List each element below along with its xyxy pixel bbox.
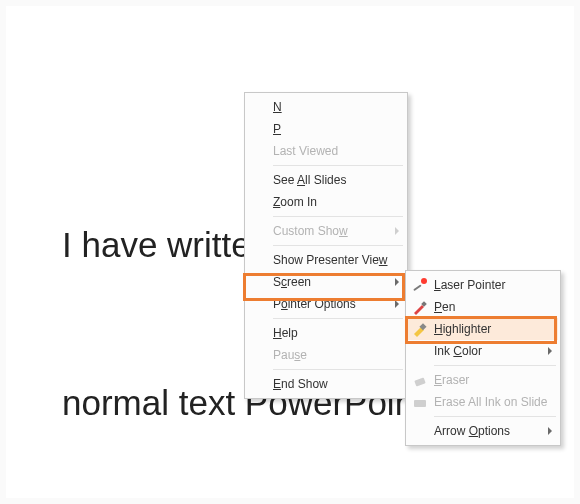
svg-rect-1 xyxy=(413,284,422,291)
svg-rect-4 xyxy=(414,377,425,386)
chevron-right-icon xyxy=(548,347,552,355)
eraser-icon xyxy=(412,372,428,388)
chevron-right-icon xyxy=(548,427,552,435)
erase-all-icon xyxy=(412,394,428,410)
menu-separator xyxy=(273,165,403,166)
pointer-options-submenu: Laser Pointer Pen Highlighter Ink Color … xyxy=(405,270,561,446)
menu-separator xyxy=(273,245,403,246)
annotation-highlight-pointer-options xyxy=(243,273,405,301)
submenu-laser-pointer[interactable]: Laser Pointer xyxy=(408,274,558,296)
laser-pointer-icon xyxy=(412,277,428,293)
submenu-arrow-options[interactable]: Arrow Options xyxy=(408,420,558,442)
annotation-highlight-highlighter xyxy=(405,316,557,344)
svg-point-0 xyxy=(421,278,427,284)
submenu-pen[interactable]: Pen xyxy=(408,296,558,318)
menu-separator xyxy=(273,318,403,319)
chevron-right-icon xyxy=(395,227,399,235)
submenu-eraser: Eraser xyxy=(408,369,558,391)
menu-separator xyxy=(273,369,403,370)
pen-icon xyxy=(412,299,428,315)
menu-show-presenter-view[interactable]: Show Presenter View xyxy=(247,249,405,271)
menu-end-show[interactable]: End Show xyxy=(247,373,405,395)
svg-rect-5 xyxy=(414,400,426,407)
slide-area: I have written this normal text PowerPoi… xyxy=(6,6,574,498)
menu-next[interactable]: N xyxy=(247,96,405,118)
submenu-erase-all: Erase All Ink on Slide xyxy=(408,391,558,413)
menu-separator xyxy=(273,216,403,217)
menu-pause: Pause xyxy=(247,344,405,366)
menu-last-viewed: Last Viewed xyxy=(247,140,405,162)
menu-help[interactable]: Help xyxy=(247,322,405,344)
menu-see-all-slides[interactable]: See All Slides xyxy=(247,169,405,191)
menu-previous[interactable]: P xyxy=(247,118,405,140)
menu-zoom-in[interactable]: Zoom In xyxy=(247,191,405,213)
menu-separator xyxy=(434,416,556,417)
menu-separator xyxy=(434,365,556,366)
chevron-right-icon xyxy=(395,300,399,308)
context-menu: N P Last Viewed See All Slides Zoom In C… xyxy=(244,92,408,399)
menu-custom-show: Custom Show xyxy=(247,220,405,242)
